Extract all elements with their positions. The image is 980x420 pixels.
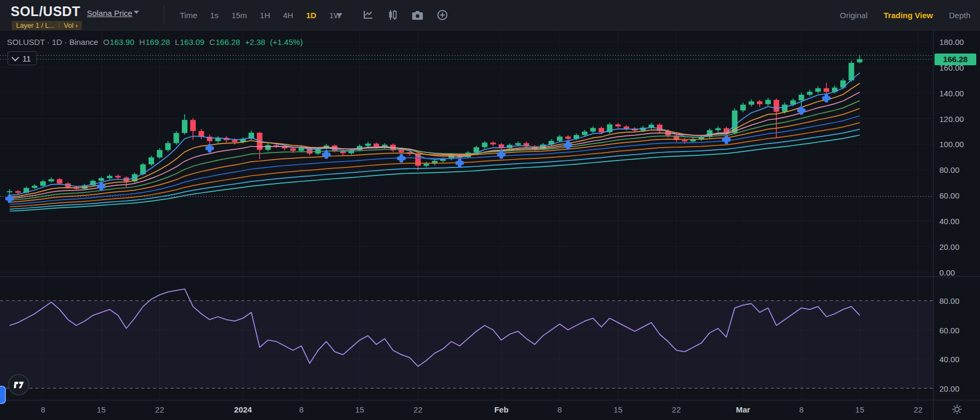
time-tick-label: 15 bbox=[614, 405, 623, 414]
camera-icon[interactable] bbox=[412, 10, 423, 20]
time-tick-label: 2024 bbox=[234, 405, 252, 414]
chevron-down-icon bbox=[12, 54, 19, 62]
candlestick-series bbox=[7, 56, 863, 194]
legend-change-pct: (+1.45%) bbox=[270, 37, 303, 47]
interval-dropdown-caret-icon[interactable] bbox=[337, 13, 342, 17]
price-tick-label: 20.00 bbox=[939, 242, 960, 251]
drawing-toolbar-handle[interactable] bbox=[0, 386, 6, 404]
header-bar: SOL/USDT Solana Price Layer 1 / L... Vol… bbox=[0, 0, 980, 30]
interval-selector: Time 1s15m1H4H1D1W bbox=[172, 0, 348, 30]
rsi-tick-label: 20.00 bbox=[939, 384, 960, 393]
tag-divider bbox=[59, 22, 59, 28]
price-tick-label: 40.00 bbox=[939, 217, 960, 226]
trading-app: SOL/USDT Solana Price Layer 1 / L... Vol… bbox=[0, 0, 980, 420]
price-axis[interactable]: 166.28 180.00160.00140.00120.00100.0080.… bbox=[933, 30, 980, 400]
interval-label[interactable]: Time bbox=[172, 11, 204, 20]
price-tick-label: 60.00 bbox=[939, 191, 960, 200]
view-tabs: OriginalTrading ViewDepth bbox=[840, 0, 970, 30]
candlestick-icon[interactable] bbox=[387, 10, 398, 20]
legend-title: SOLUSDT · 1D · Binance bbox=[7, 37, 98, 47]
line-chart-icon[interactable] bbox=[363, 10, 373, 20]
price-tick-label: 180.00 bbox=[939, 37, 964, 47]
view-tab-depth[interactable]: Depth bbox=[949, 11, 970, 20]
legend-high: H169.28 bbox=[139, 37, 170, 47]
symbol-tags[interactable]: Layer 1 / L... Vol › bbox=[12, 21, 82, 30]
time-tick-label: 8 bbox=[799, 405, 803, 414]
symbol-subtitle-link[interactable]: Solana Price bbox=[87, 9, 132, 18]
interval-button-1d[interactable]: 1D bbox=[300, 11, 323, 20]
tradingview-logo[interactable] bbox=[8, 374, 29, 395]
legend-change: +2.38 bbox=[245, 37, 265, 47]
moving-average-lines bbox=[10, 73, 860, 211]
time-tick-label: Feb bbox=[494, 405, 509, 414]
time-axis[interactable]: 81522202481522Feb81522Mar81522 bbox=[0, 400, 933, 420]
price-tick-label: 0.00 bbox=[939, 268, 955, 277]
time-tick-label: 22 bbox=[672, 405, 681, 414]
symbol-title: SOL/USDT bbox=[11, 4, 80, 19]
time-tick-label: 15 bbox=[855, 405, 864, 414]
legend-close: C166.28 bbox=[209, 37, 240, 47]
indicators-collapse-button[interactable]: 11 bbox=[7, 51, 37, 65]
chevron-right-icon: › bbox=[75, 21, 78, 29]
price-tick-label: 80.00 bbox=[939, 165, 960, 174]
rsi-tick-label: 80.00 bbox=[939, 296, 960, 306]
rsi-tick-label: 60.00 bbox=[939, 326, 960, 335]
vol-tag[interactable]: Vol › bbox=[64, 21, 78, 29]
interval-button-1w[interactable]: 1W bbox=[323, 11, 348, 20]
view-tab-original[interactable]: Original bbox=[840, 11, 868, 20]
symbol-dropdown-caret-icon[interactable] bbox=[134, 11, 139, 14]
interval-button-1h[interactable]: 1H bbox=[254, 11, 277, 20]
legend-low: L163.09 bbox=[175, 37, 204, 47]
category-tag[interactable]: Layer 1 / L... bbox=[16, 21, 55, 29]
time-tick-label: 22 bbox=[914, 405, 923, 414]
price-tick-label: 120.00 bbox=[939, 114, 964, 124]
chart-canvas[interactable] bbox=[0, 30, 980, 420]
time-tick-label: 15 bbox=[355, 405, 364, 414]
symbol-block: SOL/USDT Solana Price bbox=[11, 4, 132, 19]
time-tick-label: 15 bbox=[97, 405, 106, 414]
legend-open: O163.90 bbox=[103, 37, 135, 47]
time-tick-label: 22 bbox=[155, 405, 164, 414]
interval-button-4h[interactable]: 4H bbox=[277, 11, 300, 20]
interval-button-15m[interactable]: 15m bbox=[225, 11, 254, 20]
price-tick-label: 100.00 bbox=[939, 140, 964, 149]
time-tick-label: 22 bbox=[414, 405, 423, 414]
tradingview-logo-glyph bbox=[14, 381, 24, 388]
chart-toolbar bbox=[363, 0, 448, 30]
add-indicator-icon[interactable] bbox=[437, 10, 448, 20]
chart-legend: SOLUSDT · 1D · Binance O163.90 H169.28 L… bbox=[7, 37, 303, 47]
indicators-count: 11 bbox=[22, 54, 31, 63]
time-tick-label: 8 bbox=[557, 405, 562, 414]
time-tick-label: 8 bbox=[41, 405, 45, 414]
view-tab-trading-view[interactable]: Trading View bbox=[884, 11, 933, 20]
interval-button-1s[interactable]: 1s bbox=[204, 11, 225, 20]
settings-gear-icon[interactable] bbox=[952, 404, 962, 415]
rsi-tick-label: 40.00 bbox=[939, 355, 960, 364]
time-tick-label: Mar bbox=[736, 405, 751, 414]
price-tick-label: 140.00 bbox=[939, 89, 964, 98]
time-tick-label: 8 bbox=[299, 405, 303, 414]
header-divider bbox=[164, 5, 164, 25]
price-tick-label: 160.00 bbox=[939, 63, 964, 72]
